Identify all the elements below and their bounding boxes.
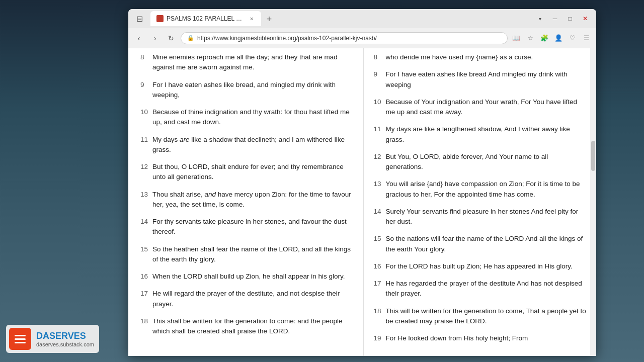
verse-nasb-11: 11 My days are like a lengthened shadow,…: [374, 124, 587, 145]
scrollbar-thumb[interactable]: [591, 141, 595, 171]
verse-nasb-19: 19 For He looked down from His holy heig…: [374, 333, 587, 343]
verse-text-nasb-12: But You, O LORD, abide forever, And Your…: [386, 152, 587, 172]
title-bar: ⊟ PSALMS 102 PARALLEL KJV AN... ✕ + ▾ ─ …: [128, 9, 596, 28]
url-bar[interactable]: 🔒 https://www.kingjamesbibleonline.org/p…: [181, 32, 508, 44]
verse-num-kjv-11: 11: [140, 135, 150, 155]
verse-text-kjv-11: My days are like a shadow that declineth…: [152, 135, 353, 155]
daserves-badge[interactable]: DASERVES daserves.substack.com: [6, 325, 99, 353]
verse-num-kjv-10: 10: [140, 107, 150, 128]
verse-text-kjv-12: But thou, O LORD, shalt endure for ever;…: [152, 162, 353, 183]
verse-text-kjv-15: So the heathen shall fear the name of th…: [152, 244, 353, 265]
daserves-line-3: [15, 342, 26, 343]
browser-window: ⊟ PSALMS 102 PARALLEL KJV AN... ✕ + ▾ ─ …: [128, 9, 596, 356]
verse-text-nasb-8: who deride me have used my {name} as a c…: [386, 52, 587, 62]
verse-num-nasb-13: 13: [374, 179, 384, 200]
back-button[interactable]: ‹: [132, 32, 145, 45]
verse-kjv-12: 12 But thou, O LORD, shalt endure for ev…: [140, 162, 353, 183]
verse-kjv-9: 9 For I have eaten ashes like bread, and…: [140, 80, 353, 101]
tab-bar: PSALMS 102 PARALLEL KJV AN... ✕ +: [150, 11, 527, 26]
verse-kjv-16: 16 When the LORD shall build up Zion, he…: [140, 272, 353, 282]
active-tab[interactable]: PSALMS 102 PARALLEL KJV AN... ✕: [150, 11, 261, 26]
verse-nasb-17: 17 He has regarded the prayer of the des…: [374, 279, 587, 299]
bookmark-icon[interactable]: ☆: [525, 33, 536, 44]
verse-nasb-10: 10 Because of Your indignation and Your …: [374, 97, 587, 118]
forward-button[interactable]: ›: [148, 32, 162, 45]
verse-num-nasb-19: 19: [374, 333, 384, 343]
favorites-icon[interactable]: ♡: [567, 33, 578, 44]
verse-nasb-12: 12 But You, O LORD, abide forever, And Y…: [374, 152, 587, 172]
verse-kjv-10: 10 Because of thine indignation and thy …: [140, 107, 353, 128]
verse-text-nasb-15: So the nations will fear the name of the…: [386, 234, 587, 254]
verse-text-nasb-16: For the LORD has built up Zion; He has a…: [386, 261, 587, 272]
tab-label: PSALMS 102 PARALLEL KJV AN...: [167, 15, 245, 22]
verse-text-kjv-16: When the LORD shall build up Zion, he sh…: [152, 272, 353, 282]
tab-close-button[interactable]: ✕: [248, 15, 255, 22]
verse-num-kjv-18: 18: [140, 316, 150, 337]
verse-nasb-16: 16 For the LORD has built up Zion; He ha…: [374, 261, 587, 272]
verse-num-kjv-15: 15: [140, 244, 150, 265]
menu-icon[interactable]: ☰: [581, 33, 592, 44]
address-right-icons: 📖 ☆ 🧩 👤 ♡ ☰: [511, 33, 592, 44]
verse-text-nasb-17: He has regarded the prayer of the destit…: [386, 279, 587, 299]
verse-num-kjv-9: 9: [140, 80, 150, 101]
new-tab-button[interactable]: +: [262, 12, 276, 26]
verse-text-kjv-14: For thy servants take pleasure in her st…: [152, 217, 353, 237]
verse-num-nasb-14: 14: [374, 207, 384, 227]
verse-text-kjv-8: Mine enemies reproach me all the day; an…: [152, 52, 353, 73]
daserves-logo-lines: [15, 335, 26, 343]
verse-text-nasb-11: My days are like a lengthened shadow, An…: [386, 124, 587, 145]
kjv-column: 8 Mine enemies reproach me all the day; …: [128, 48, 364, 356]
bible-columns: 8 Mine enemies reproach me all the day; …: [128, 48, 596, 356]
profile-icon[interactable]: 👤: [553, 33, 564, 44]
daserves-line-2: [15, 338, 26, 340]
verse-num-nasb-10: 10: [374, 97, 384, 118]
history-icon[interactable]: ⊟: [132, 12, 146, 26]
verse-num-nasb-15: 15: [374, 234, 384, 254]
verse-num-kjv-16: 16: [140, 272, 150, 282]
refresh-button[interactable]: ↻: [165, 32, 178, 45]
url-text: https://www.kingjamesbibleonline.org/psa…: [197, 35, 501, 42]
content-area: 8 Mine enemies reproach me all the day; …: [128, 48, 596, 356]
verse-num-nasb-16: 16: [374, 261, 384, 272]
verse-num-nasb-18: 18: [374, 306, 384, 327]
verse-kjv-8: 8 Mine enemies reproach me all the day; …: [140, 52, 353, 73]
verse-text-kjv-9: For I have eaten ashes like bread, and m…: [152, 80, 353, 101]
verse-text-nasb-13: You will arise {and} have compassion on …: [386, 179, 587, 200]
verse-num-nasb-12: 12: [374, 152, 384, 172]
close-button[interactable]: ✕: [578, 12, 592, 26]
verse-text-nasb-18: This will be written for the generation …: [386, 306, 587, 327]
page-content: 8 Mine enemies reproach me all the day; …: [128, 48, 596, 356]
daserves-text-group: DASERVES daserves.substack.com: [36, 331, 94, 347]
verse-num-nasb-9: 9: [374, 69, 384, 90]
verse-text-kjv-17: He will regard the prayer of the destitu…: [152, 289, 353, 309]
tab-favicon: [156, 15, 164, 22]
verse-text-nasb-19: For He looked down from His holy height;…: [386, 333, 587, 343]
verse-text-kjv-18: This shall be written for the generation…: [152, 316, 353, 337]
verse-num-kjv-12: 12: [140, 162, 150, 183]
maximize-button[interactable]: □: [563, 12, 577, 26]
reader-view-icon[interactable]: 📖: [511, 33, 522, 44]
verse-nasb-15: 15 So the nations will fear the name of …: [374, 234, 587, 254]
verse-nasb-14: 14 Surely Your servants find pleasure in…: [374, 207, 587, 227]
daserves-title: DASERVES: [36, 331, 94, 341]
lock-icon: 🔒: [187, 35, 194, 41]
verse-num-kjv-14: 14: [140, 217, 150, 237]
verse-kjv-14: 14 For thy servants take pleasure in her…: [140, 217, 353, 237]
daserves-line-1: [15, 335, 26, 336]
nasb-column: 8 who deride me have used my {name} as a…: [364, 48, 597, 356]
scrollbar[interactable]: [590, 48, 596, 356]
verse-text-nasb-9: For I have eaten ashes like bread And mi…: [386, 69, 587, 90]
verse-num-kjv-17: 17: [140, 289, 150, 309]
verse-nasb-18: 18 This will be written for the generati…: [374, 306, 587, 327]
verse-num-nasb-8: 8: [374, 52, 384, 62]
address-bar: ‹ › ↻ 🔒 https://www.kingjamesbibleonline…: [128, 28, 596, 48]
extensions-icon[interactable]: 🧩: [539, 33, 550, 44]
minimize-button[interactable]: ─: [548, 12, 562, 26]
verse-num-kjv-8: 8: [140, 52, 150, 73]
tab-dropdown-button[interactable]: ▾: [533, 12, 547, 26]
verse-nasb-8: 8 who deride me have used my {name} as a…: [374, 52, 587, 62]
verse-num-kjv-13: 13: [140, 190, 150, 210]
verse-kjv-15: 15 So the heathen shall fear the name of…: [140, 244, 353, 265]
verse-kjv-13: 13 Thou shalt arise, and have mercy upon…: [140, 190, 353, 210]
verse-text-nasb-14: Surely Your servants find pleasure in he…: [386, 207, 587, 227]
